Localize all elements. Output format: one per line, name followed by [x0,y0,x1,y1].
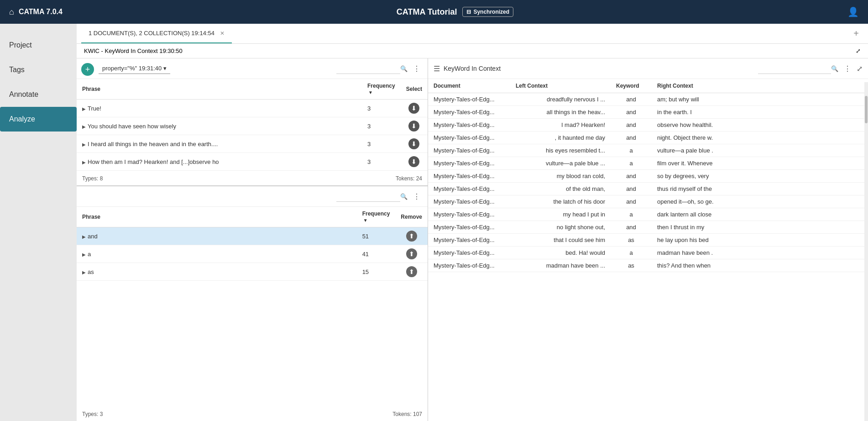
remove-button[interactable]: ⬆ [406,248,417,259]
expand-arrow[interactable]: ▶ [82,124,86,129]
remove-cell[interactable]: ⬆ [395,227,428,245]
right-search-input[interactable] [758,63,831,74]
query-table-scroll[interactable]: Phrase Frequency ▼ Select ▶True [77,79,428,172]
kwic-table-row[interactable]: Mystery-Tales-of-Edg... his eyes resembl… [428,144,868,157]
table-row[interactable]: ▶True! 3 ⬇ [77,100,428,117]
frequency-cell: 51 [357,227,396,245]
kwic-label: KeyWord In Context [444,65,501,72]
expand-arrow[interactable]: ▶ [82,270,86,275]
frequency-cell: 3 [362,100,401,117]
expand-arrow[interactable]: ▶ [82,252,86,257]
sidebar-item-project-label: Project [9,41,32,49]
kwic-table-row[interactable]: Mystery-Tales-of-Edg... I mad? Hearken! … [428,119,868,132]
kwic-table-row[interactable]: Mystery-Tales-of-Edg... my blood ran col… [428,170,868,183]
query-table: Phrase Frequency ▼ Select ▶True [77,79,428,171]
document-cell: Mystery-Tales-of-Edg... [428,247,510,259]
left-context-cell: his eyes resembled t... [510,144,611,157]
table-row[interactable]: ▶and 51 ⬆ [77,227,428,245]
remove-cell[interactable]: ⬆ [395,263,428,281]
remove-button[interactable]: ⬆ [406,231,417,242]
kwic-expand-icon[interactable]: ⤢ [856,47,861,54]
expand-arrow[interactable]: ▶ [82,106,86,111]
phrase-cell: ▶as [77,263,357,281]
select-button[interactable]: ⬇ [408,121,419,132]
bottom-frequency-col-header[interactable]: Frequency ▼ [357,207,396,227]
select-button[interactable]: ⬇ [408,103,419,114]
left-context-cell: that I could see him [510,234,611,247]
select-cell[interactable]: ⬇ [401,100,428,117]
user-icon[interactable]: 👤 [847,6,859,17]
kwic-table-scroll[interactable]: Document Left Context Keyword Right Cont… [428,79,868,421]
right-context-cell: then I thrust in my [652,221,868,234]
kwic-table-row[interactable]: Mystery-Tales-of-Edg... madman have been… [428,259,868,272]
remove-button[interactable]: ⬆ [406,266,417,277]
keyword-cell: a [611,144,652,157]
right-context-cell: night. Object there w. [652,132,868,144]
query-search-input[interactable] [336,63,400,74]
kwic-table-row[interactable]: Mystery-Tales-of-Edg... that I could see… [428,234,868,247]
kwic-table-row[interactable]: Mystery-Tales-of-Edg... , it haunted me … [428,132,868,144]
sidebar-item-tags[interactable]: Tags [0,58,77,82]
table-row[interactable]: ▶How then am I mad? Hearken! and [...]ob… [77,153,428,171]
expand-arrow[interactable]: ▶ [82,234,86,239]
panels-row: + property="%" 19:31:40 ▾ 🔍 [77,58,868,421]
kwic-table-row[interactable]: Mystery-Tales-of-Edg... no light shone o… [428,221,868,234]
right-panel-menu-icon[interactable]: ⋮ [842,64,853,73]
left-context-cell: , it haunted me day [510,132,611,144]
kwic-table-row[interactable]: Mystery-Tales-of-Edg... the latch of his… [428,195,868,208]
sidebar-item-tags-label: Tags [9,66,25,74]
select-button[interactable]: ⬇ [408,156,419,167]
left-context-cell: my blood ran cold, [510,170,611,183]
query-types-label: Types: 8 [82,175,103,182]
sidebar-item-analyze[interactable]: Analyze [0,107,77,132]
remove-cell[interactable]: ⬆ [395,245,428,263]
table-row[interactable]: ▶I heard all things in the heaven and in… [77,135,428,153]
tab-main[interactable]: 1 DOCUMENT(S), 2 COLLECTION(S) 19:14:54 … [81,24,232,43]
select-cell[interactable]: ⬇ [401,153,428,171]
phrase-cell: ▶How then am I mad? Hearken! and [...]ob… [77,153,362,171]
right-context-cell: opened it—oh, so ge. [652,195,868,208]
bottom-table-scroll[interactable]: Phrase Frequency ▼ Remove ▶and [77,207,428,407]
kwic-table-row[interactable]: Mystery-Tales-of-Edg... dreadfully nervo… [428,93,868,106]
kwic-table-row[interactable]: Mystery-Tales-of-Edg... all things in th… [428,106,868,119]
query-panel-menu-icon[interactable]: ⋮ [411,64,422,73]
document-cell: Mystery-Tales-of-Edg... [428,170,510,183]
sidebar-item-analyze-label: Analyze [9,115,35,123]
tab-close-icon[interactable]: ✕ [220,30,225,37]
tab-add-button[interactable]: + [849,28,863,39]
home-icon[interactable]: ⌂ [9,7,14,17]
table-row[interactable]: ▶a 41 ⬆ [77,245,428,263]
right-context-col-header: Right Context [652,79,868,93]
expand-arrow[interactable]: ▶ [82,142,86,147]
app-logo-title: ⌂ CATMA 7.0.4 [9,7,63,17]
right-panel-header: ☰ KeyWord In Context 🔍 ⋮ ⤢ [428,58,868,79]
table-row[interactable]: ▶as 15 ⬆ [77,263,428,281]
frequency-cell: 3 [362,135,401,153]
bottom-search-input[interactable] [336,191,400,202]
select-button[interactable]: ⬇ [408,138,419,149]
right-context-cell: observe how healthil. [652,119,868,132]
expand-arrow[interactable]: ▶ [82,160,86,165]
bottom-panel-menu-icon[interactable]: ⋮ [411,192,422,201]
frequency-col-header[interactable]: Frequency ▼ [362,79,401,100]
right-context-cell: thus rid myself of the [652,183,868,195]
sidebar-item-annotate[interactable]: Annotate [0,82,77,107]
right-panel-expand-icon[interactable]: ⤢ [857,64,863,73]
select-cell[interactable]: ⬇ [401,117,428,135]
kwic-table-row[interactable]: Mystery-Tales-of-Edg... bed. Ha! would a… [428,247,868,259]
add-query-button[interactable]: + [81,63,94,76]
document-cell: Mystery-Tales-of-Edg... [428,259,510,272]
sidebar-item-project[interactable]: Project [0,33,77,58]
kwic-table-row[interactable]: Mystery-Tales-of-Edg... my head I put in… [428,208,868,221]
kwic-scrollbar[interactable] [864,82,868,421]
kwic-table-row[interactable]: Mystery-Tales-of-Edg... of the old man, … [428,183,868,195]
table-row[interactable]: ▶You should have seen how wisely 3 ⬇ [77,117,428,135]
query-search-area: 🔍 [336,63,408,74]
sync-badge: ⊟ Synchronized [462,7,513,17]
select-cell[interactable]: ⬇ [401,135,428,153]
keyword-cell: a [611,208,652,221]
bottom-phrase-col-header: Phrase [77,207,357,227]
keyword-cell: and [611,93,652,106]
kwic-table-row[interactable]: Mystery-Tales-of-Edg... vulture—a pale b… [428,157,868,170]
query-selector[interactable]: property="%" 19:31:40 ▾ [99,63,170,74]
